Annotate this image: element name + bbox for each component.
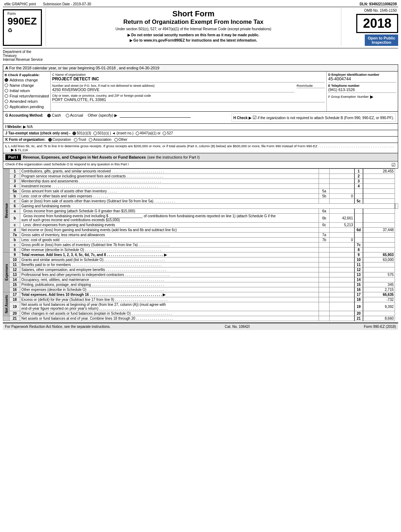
city-value: PORT CHARLOTTE, FL 33981	[52, 97, 325, 102]
row-mid-value-20	[330, 311, 354, 316]
accrual-label: Accrual	[70, 113, 83, 117]
acct-radio-accrual[interactable]: Accrual	[66, 113, 84, 117]
row-num-7b: b	[10, 238, 20, 243]
row-num-13: 13	[10, 272, 20, 277]
acct-radio-cash[interactable]: Cash	[47, 113, 62, 117]
acct-other-field[interactable]	[120, 113, 191, 118]
row-mid-label-4	[319, 184, 330, 189]
footer-left: For Paperwork Reduction Act Notice, see …	[5, 325, 110, 329]
row-value-6c	[363, 223, 395, 228]
row-ref-6d: 6d	[354, 228, 363, 233]
form-title2: Return of Organization Exempt From Incom…	[47, 18, 340, 26]
row-mid-value-6d	[330, 228, 354, 233]
tax-501c-radio[interactable]: 501(c)( ) ◄ (insert no.)	[93, 131, 134, 135]
row-num-5c: c	[10, 199, 20, 204]
form-org-label: K Form of organization:	[5, 138, 45, 142]
row-value-11	[363, 262, 395, 267]
row-num-9: 9	[10, 252, 20, 257]
table-row-total-revenue: Expenses 9 Total revenue. Add lines 1, 2…	[3, 252, 398, 257]
table-row: 6 Gaming and fundraising events	[3, 204, 398, 209]
row-num-6: 6	[10, 204, 20, 209]
address-change-radio[interactable]	[5, 78, 8, 82]
dept-info: Department of the Treasury Internal Reve…	[3, 50, 43, 62]
check-address-change[interactable]: Address change	[5, 78, 49, 82]
row-ref-7a	[354, 233, 363, 238]
row-mid-label-1	[319, 169, 330, 174]
row-mid-label-11	[319, 262, 330, 267]
check-name-change[interactable]: Name change	[5, 83, 49, 87]
row-value-12	[363, 267, 395, 272]
corp-radio[interactable]: Corporation	[48, 138, 71, 142]
check-initial-return[interactable]: Initial return	[5, 89, 49, 93]
table-row: Revenue 1 Contributions, gifts, grants, …	[3, 169, 398, 174]
room-value	[297, 87, 325, 88]
trust-radio[interactable]: Trust	[74, 138, 86, 142]
tax-4947-radio[interactable]: 4947(a)(1) or	[136, 131, 161, 135]
row-value-5b	[363, 194, 395, 199]
row-ref-13: 13	[354, 272, 363, 277]
tax-status-label: J Tax-exempt status (check only one) -	[5, 131, 70, 135]
row-label-20: Other changes in net assets or fund bala…	[20, 311, 319, 316]
row-ref-7c: 7c	[354, 243, 363, 248]
website-row: I Website: ▶ N/A	[3, 124, 398, 130]
table-row: b Less: cost of goods sold . . . . . . .…	[3, 238, 398, 243]
check-application-pending[interactable]: Application pending	[5, 105, 49, 109]
table-row: 19 Net assets or fund balances at beginn…	[3, 302, 398, 311]
amended-return-radio[interactable]	[5, 100, 8, 103]
row-value-15: 345	[363, 282, 395, 287]
application-pending-radio[interactable]	[5, 105, 8, 108]
name-change-radio[interactable]	[5, 84, 8, 87]
table-row: 20 Other changes in net assets or fund b…	[3, 311, 398, 316]
table-row: c Gross profit or (loss) from sales of i…	[3, 243, 398, 248]
part-i-table: Revenue 1 Contributions, gifts, grants, …	[3, 169, 398, 321]
row-ref-5a	[354, 189, 363, 194]
table-row: 15 Printing, publications, postage, and …	[3, 282, 398, 287]
assoc-radio[interactable]: Association	[89, 138, 111, 142]
open-to-public-box: Open to Public Inspection	[365, 34, 398, 46]
row-label-13: Professional fees and other payments to …	[20, 272, 319, 277]
table-row: b Less: cost or other basis and sales ex…	[3, 194, 398, 199]
row-mid-value-7a	[330, 233, 354, 238]
table-row: 12 Salaries, other compensation, and emp…	[3, 267, 398, 272]
row-ref-18: 18	[354, 297, 363, 302]
form-id-box: Form 990EZ ♻	[3, 9, 42, 46]
h-check-section: H Check ▶ ☑ if the organization is not r…	[232, 113, 396, 122]
row-mid-label-8	[319, 248, 330, 252]
row-mid-value-12	[330, 267, 354, 272]
row-mid-value-21	[330, 316, 354, 321]
part-i-check-line: Check if the organization used Schedule …	[5, 162, 129, 167]
check-amended-return[interactable]: Amended return	[5, 99, 49, 103]
org-info-col: C Name of organization PROJECT DETECT IN…	[51, 71, 327, 111]
corp-label: Corporation	[53, 138, 71, 142]
amended-return-label: Amended return	[10, 99, 38, 103]
table-row: 13 Professional fees and other payments …	[3, 272, 398, 277]
tax-501c3-radio[interactable]: 501(c)(3)	[72, 131, 91, 135]
tax-527-radio[interactable]: 527	[163, 131, 173, 135]
row-ref-6a	[354, 209, 363, 214]
footer-right: Form 990-EZ (2018)	[364, 325, 396, 329]
table-row: 4 Investment income . . . . . . . . . . …	[3, 184, 398, 189]
final-return-radio[interactable]	[5, 94, 8, 98]
row-mid-label-18	[319, 297, 330, 302]
row-value-4	[363, 184, 395, 189]
row-num-4: 4	[10, 184, 20, 189]
check-final-return[interactable]: Final return/terminated	[5, 94, 49, 98]
row-label-11: Benefits paid to or for members . . . . …	[20, 262, 319, 267]
line-l-text: L Add lines 5b, 6c, and 7b to line 9 to …	[8, 144, 317, 148]
row-mid-label-7a: 7a	[319, 233, 330, 238]
check-applicable-col: B Check if applicable: Address change Na…	[3, 71, 51, 111]
check-applicable-label: Check if applicable:	[8, 73, 40, 77]
row-ref-4: 4	[354, 184, 363, 189]
accrual-radio-icon	[66, 114, 69, 117]
other-radio[interactable]: Other	[114, 138, 128, 142]
row-label-5b: Less: cost or other basis and sales expe…	[20, 194, 319, 199]
table-row: 8 Other revenue (describe in Schedule O)…	[3, 248, 398, 252]
line-l-row: L L Add lines 5b, 6c, and 7b to line 9 t…	[3, 143, 398, 153]
initial-return-radio[interactable]	[5, 89, 8, 92]
row-mid-label-6a: 6a	[319, 209, 330, 214]
right-header: OMB No. 1545-1150 2018 Open to Public In…	[341, 8, 398, 46]
row-mid-value-2	[330, 174, 354, 179]
row-num-8: 8	[10, 248, 20, 252]
employer-col: D Employer identification number 45-4004…	[327, 71, 398, 111]
row-label-6c: Less: direct expenses from gaming and fu…	[20, 223, 319, 228]
